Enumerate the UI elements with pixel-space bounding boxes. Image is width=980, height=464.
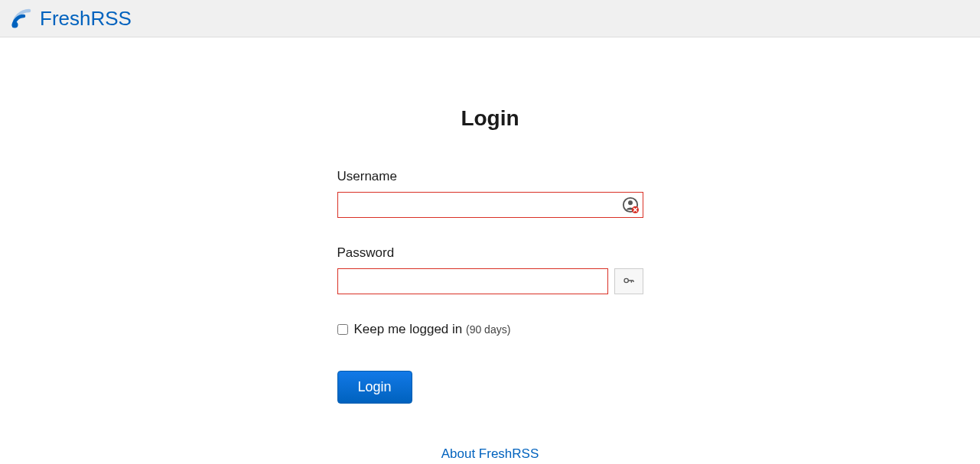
- svg-point-4: [624, 278, 628, 282]
- username-group: Username: [337, 169, 643, 218]
- page-title: Login: [337, 106, 643, 131]
- keep-logged-note: (90 days): [466, 323, 510, 336]
- password-input[interactable]: [337, 268, 608, 294]
- brand-name: FreshRSS: [40, 7, 132, 31]
- login-button[interactable]: Login: [337, 371, 412, 404]
- keep-logged-label[interactable]: Keep me logged in (90 days): [354, 322, 511, 337]
- freshrss-logo-icon: [9, 6, 34, 31]
- app-header: FreshRSS: [0, 0, 980, 37]
- login-panel: Login Username Password: [337, 106, 643, 462]
- keep-logged-text: Keep me logged in: [354, 322, 467, 336]
- login-form: Username Password: [337, 169, 643, 404]
- footer-links: About FreshRSS: [337, 446, 643, 462]
- password-label: Password: [337, 245, 643, 261]
- username-input-wrapper: [337, 192, 643, 218]
- keep-logged-checkbox[interactable]: [337, 324, 348, 335]
- username-label: Username: [337, 169, 643, 184]
- svg-point-0: [12, 22, 18, 28]
- keep-logged-row: Keep me logged in (90 days): [337, 322, 643, 337]
- username-input[interactable]: [337, 192, 643, 218]
- password-input-wrapper: [337, 268, 643, 294]
- password-group: Password: [337, 245, 643, 294]
- toggle-password-button[interactable]: [614, 268, 643, 294]
- about-link[interactable]: About FreshRSS: [441, 446, 539, 461]
- key-icon: [623, 274, 635, 289]
